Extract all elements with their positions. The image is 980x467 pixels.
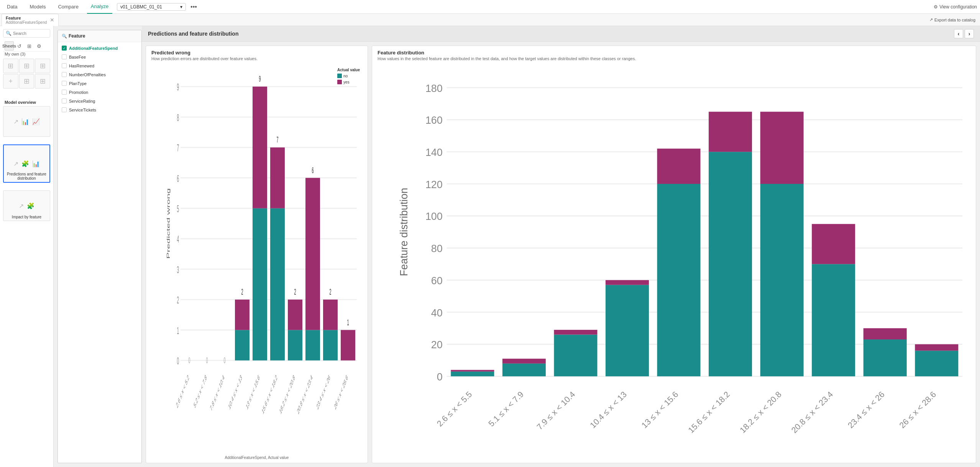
chevron-down-icon: ▾ [180,4,182,10]
search-icon: 🔍 [6,31,11,36]
svg-text:10.4 ≤ x < 13: 10.4 ≤ x < 13 [228,373,243,411]
settings-icon: ⚙ [934,4,938,10]
svg-text:0: 0 [223,355,225,365]
sheet-card-3[interactable]: ⊞ [35,59,50,73]
sheets-button[interactable]: Sheets [5,41,14,51]
svg-rect-47 [323,330,338,360]
svg-text:5.2 ≤ x < 7.8: 5.2 ≤ x < 7.8 [193,373,207,410]
model-overview-card[interactable]: ↗ 📊 📈 [3,106,50,137]
svg-rect-40 [288,300,302,330]
export-button[interactable]: ↗ Export data to catalog [926,17,978,22]
predictions-feature-card[interactable]: ↗ 🧩 📊 Predictions and feature distributi… [3,144,50,183]
feature-checkbox[interactable] [62,98,67,103]
toolbar-settings-icon[interactable]: ⚙ [34,41,44,51]
svg-rect-31 [253,208,267,360]
search-icon-feature: 🔍 [62,34,67,39]
impact-feature-card[interactable]: ↗ 🧩 Impact by feature [3,190,50,221]
svg-text:7: 7 [276,134,278,144]
sheet-card-5[interactable]: ⊞ [19,74,34,88]
svg-text:40: 40 [431,307,443,319]
svg-text:140: 140 [425,147,443,158]
sidebar-section-model: Model overview ↗ 📊 📈 [0,95,53,141]
model-selector[interactable]: v01_LGBMC_01_01 ▾ [117,3,186,11]
svg-text:0: 0 [206,355,208,365]
feature-item[interactable]: NumberOfPenalties [58,70,141,79]
sheet-card-2[interactable]: ⊞ [19,59,34,73]
toolbar-refresh-icon[interactable]: ↺ [15,41,24,51]
svg-text:6: 6 [177,173,179,184]
svg-text:7.8 ≤ x < 10.4: 7.8 ≤ x < 10.4 [210,373,225,413]
predictions-icons: ↗ 🧩 📊 [13,160,40,167]
feature-item[interactable]: ServiceTickets [58,105,141,114]
feature-item[interactable]: HasRenewed [58,61,141,70]
sidebar-section-impact: ↗ 🧩 Impact by feature [0,187,53,226]
feature-checkbox[interactable] [62,81,67,86]
prev-arrow[interactable]: ‹ [954,29,963,38]
svg-text:7: 7 [177,142,179,153]
feature-panel-header: 🔍 Feature [58,30,141,42]
svg-text:1: 1 [347,317,349,327]
feature-checkbox[interactable] [62,72,67,77]
svg-rect-51 [341,330,355,360]
feature-checkbox[interactable] [62,63,67,68]
nav-models[interactable]: Models [26,0,49,14]
sheet-card-4[interactable]: + [3,74,18,88]
legend-label-yes: yes [343,80,350,84]
nav-compare[interactable]: Compare [54,0,82,14]
next-arrow[interactable]: › [965,29,974,38]
feature-name: BaseFee [69,55,86,59]
svg-text:20: 20 [431,339,443,351]
feature-item[interactable]: BaseFee [58,52,141,61]
nav-analyze[interactable]: Analyze [87,0,112,14]
feature-dist-chart: 020406080100120140160180Feature distribu… [395,67,973,459]
svg-text:5: 5 [177,203,179,214]
toolbar-grid-icon[interactable]: ⊞ [25,41,34,51]
predictions-card-label: Predictions and feature distribution [5,172,48,180]
svg-text:7.9 ≤ x < 10.4: 7.9 ≤ x < 10.4 [535,390,577,432]
tab-feature[interactable]: Feature AdditionalFeatureSpend ✕ [2,14,59,26]
svg-text:20.8 ≤ x < 23.4: 20.8 ≤ x < 23.4 [790,390,835,435]
svg-text:18.2 ≤ x < 20.8: 18.2 ≤ x < 20.8 [279,373,295,416]
feature-item[interactable]: PlanType [58,79,141,88]
sidebar: 🔍 Sheets ↺ ⊞ ⚙ My own (3) ⊞ ⊞ ⊞ + ⊞ ⊞ Mo… [0,26,54,467]
sheet-card-6[interactable]: ⊞ [35,74,50,88]
svg-rect-97 [812,224,855,264]
svg-text:120: 120 [425,179,443,190]
feature-checkbox[interactable] [62,46,67,51]
svg-rect-93 [760,184,804,376]
impact-icons: ↗ 🧩 [19,202,34,210]
predicted-wrong-title: Predicted wrong [146,46,368,56]
svg-rect-91 [709,112,752,152]
feature-item[interactable]: AdditionalFeatureSpend [58,44,141,52]
tab-close-icon[interactable]: ✕ [50,17,54,23]
search-input[interactable] [13,31,48,36]
main-layout: 🔍 Sheets ↺ ⊞ ⚙ My own (3) ⊞ ⊞ ⊞ + ⊞ ⊞ Mo… [0,26,980,467]
feature-item[interactable]: Promotion [58,88,141,97]
svg-rect-90 [709,152,752,376]
svg-rect-99 [863,339,907,376]
svg-text:0: 0 [188,355,190,365]
svg-text:23.4 ≤ x < 26: 23.4 ≤ x < 26 [846,390,886,430]
svg-text:15.6 ≤ x < 18.2: 15.6 ≤ x < 18.2 [686,390,732,435]
sheet-card-1[interactable]: ⊞ [3,59,18,73]
feature-checkbox[interactable] [62,54,67,59]
svg-rect-103 [915,344,958,351]
svg-text:8: 8 [177,112,179,123]
feature-checkbox[interactable] [62,107,67,112]
more-options-icon[interactable]: ••• [190,3,197,10]
sheets-toolbar: Sheets ↺ ⊞ ⚙ [3,41,50,52]
top-nav-right: ⚙ View configuration [934,4,977,10]
search-box[interactable]: 🔍 [3,29,50,38]
feature-name: PlanType [69,81,87,86]
feature-checkbox[interactable] [62,90,67,95]
svg-text:100: 100 [425,211,443,222]
svg-text:2: 2 [294,287,296,297]
svg-text:2: 2 [177,294,179,305]
bar-icon: 📊 [32,160,40,167]
view-configuration-button-top[interactable]: ⚙ View configuration [934,4,977,10]
svg-text:26 ≤ x < 28.6: 26 ≤ x < 28.6 [898,390,938,430]
feature-item[interactable]: ServiceRating [58,97,141,105]
nav-data[interactable]: Data [3,0,21,14]
bar-chart-icon: 📊 [21,118,29,125]
svg-text:Feature distribution: Feature distribution [398,188,410,276]
